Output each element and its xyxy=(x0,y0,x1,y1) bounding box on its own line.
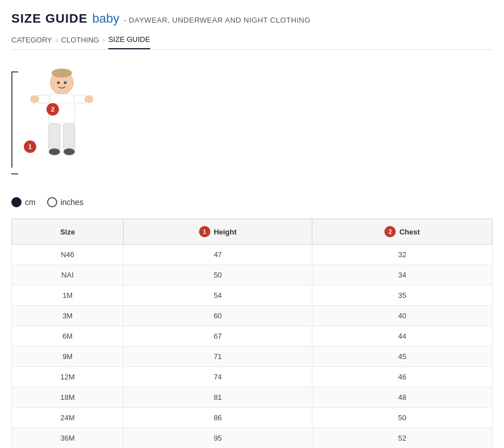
cell-size: 6M xyxy=(12,326,124,347)
title-baby: baby xyxy=(92,11,120,26)
table-row: 12M7446 xyxy=(12,367,493,387)
cell-height: 95 xyxy=(124,428,312,449)
table-body: N464732NAI50341M54353M60406M67449M714512… xyxy=(12,245,493,449)
table-header-row: Size 1 Height 2 Chest xyxy=(12,219,493,245)
cell-size: 1M xyxy=(12,285,124,306)
cell-size: 18M xyxy=(12,387,124,408)
marker-2-chest: 2 xyxy=(46,103,59,116)
svg-point-11 xyxy=(63,148,75,155)
col-header-chest: 2 Chest xyxy=(312,219,492,245)
image-section: 1 2 xyxy=(11,67,493,180)
table-row: 3M6040 xyxy=(12,306,493,326)
cell-chest: 50 xyxy=(312,408,492,428)
cell-height: 86 xyxy=(124,408,312,428)
cell-chest: 40 xyxy=(312,306,492,326)
cell-height: 47 xyxy=(124,245,312,265)
marker-1-height: 1 xyxy=(24,140,36,153)
cell-chest: 32 xyxy=(312,245,492,265)
size-table: Size 1 Height 2 Chest N464732NAI50341M54… xyxy=(11,219,493,448)
inches-radio[interactable] xyxy=(47,197,57,207)
unit-selector: cm inches xyxy=(11,197,493,207)
inches-label: inches xyxy=(61,198,83,207)
cell-size: 24M xyxy=(12,408,124,428)
cell-size: 9M xyxy=(12,347,124,367)
table-row: 36M9552 xyxy=(12,428,493,449)
breadcrumb: CATEGORY › CLOTHING › SIZE GUIDE xyxy=(11,35,493,50)
svg-point-6 xyxy=(30,95,39,103)
cell-height: 81 xyxy=(124,387,312,408)
breadcrumb-size-guide[interactable]: SIZE GUIDE xyxy=(108,35,150,49)
table-row: 18M8148 xyxy=(12,387,493,408)
cm-option[interactable]: cm xyxy=(11,197,36,207)
cm-radio[interactable] xyxy=(11,197,22,207)
cm-label: cm xyxy=(25,198,36,207)
table-row: 1M5435 xyxy=(12,285,493,306)
page-wrapper: SIZE GUIDE baby - DAYWEAR, UNDERWEAR AND… xyxy=(0,0,504,448)
cell-size: NAI xyxy=(12,265,124,285)
breadcrumb-category[interactable]: CATEGORY xyxy=(11,36,52,49)
cell-height: 74 xyxy=(124,367,312,387)
table-row: NAI5034 xyxy=(12,265,493,285)
breadcrumb-sep-2: › xyxy=(103,36,105,49)
svg-point-10 xyxy=(49,148,60,155)
cell-chest: 34 xyxy=(312,265,492,285)
cell-size: N46 xyxy=(12,245,124,265)
breadcrumb-clothing[interactable]: CLOTHING xyxy=(61,36,99,49)
cell-height: 54 xyxy=(124,285,312,306)
svg-point-13 xyxy=(64,82,67,84)
chest-marker-badge: 2 xyxy=(384,226,396,237)
cell-chest: 48 xyxy=(312,387,492,408)
page-title-row: SIZE GUIDE baby - DAYWEAR, UNDERWEAR AND… xyxy=(11,11,493,26)
title-subtitle: - DAYWEAR, UNDERWEAR AND NIGHT CLOTHING xyxy=(124,16,310,24)
cell-chest: 45 xyxy=(312,347,492,367)
cell-size: 12M xyxy=(12,367,124,387)
bracket-bottom xyxy=(11,173,18,174)
cell-height: 60 xyxy=(124,306,312,326)
height-marker-badge: 1 xyxy=(199,226,210,237)
cell-size: 3M xyxy=(12,306,124,326)
svg-point-12 xyxy=(57,82,60,84)
table-row: 6M6744 xyxy=(12,326,493,347)
cell-size: 36M xyxy=(12,428,124,449)
bracket-vertical xyxy=(11,71,12,168)
col-header-size: Size xyxy=(12,219,124,245)
cell-chest: 35 xyxy=(312,285,492,306)
baby-figure-container: 1 2 xyxy=(11,67,102,180)
svg-rect-8 xyxy=(49,123,60,151)
svg-rect-9 xyxy=(63,123,75,151)
title-size-guide: SIZE GUIDE xyxy=(11,11,88,26)
table-row: 9M7145 xyxy=(12,347,493,367)
baby-figure-svg xyxy=(19,67,93,172)
cell-chest: 46 xyxy=(312,367,492,387)
cell-height: 50 xyxy=(124,265,312,285)
table-row: N464732 xyxy=(12,245,493,265)
cell-chest: 52 xyxy=(312,428,492,449)
cell-chest: 44 xyxy=(312,326,492,347)
cell-height: 71 xyxy=(124,347,312,367)
inches-option[interactable]: inches xyxy=(47,197,83,207)
cell-height: 67 xyxy=(124,326,312,347)
col-header-height: 1 Height xyxy=(124,219,312,245)
breadcrumb-sep-1: › xyxy=(56,36,58,49)
svg-point-1 xyxy=(52,69,72,78)
table-row: 24M8650 xyxy=(12,408,493,428)
